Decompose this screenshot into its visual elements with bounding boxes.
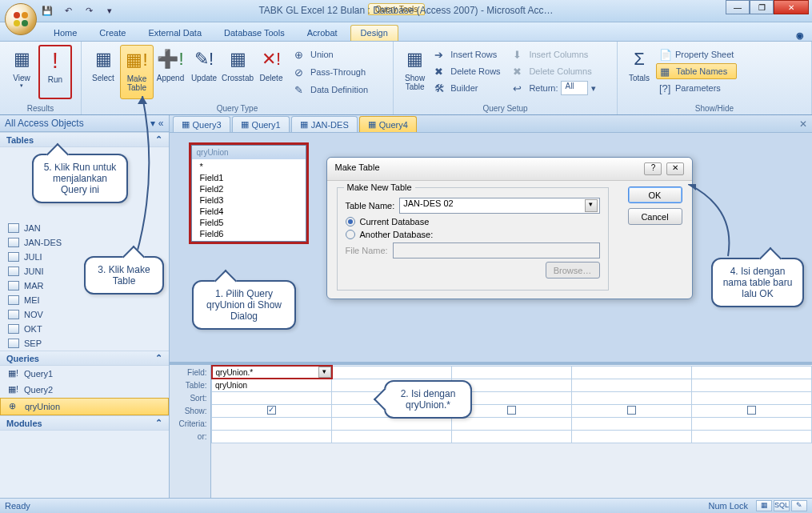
card-field-list[interactable]: *Field1Field2Field3Field4Field5Field6 xyxy=(192,159,306,241)
pass-through-button[interactable]: ⊘Pass-Through xyxy=(291,64,371,80)
dialog-titlebar[interactable]: Make Table ? ✕ xyxy=(327,158,692,181)
show-checkbox[interactable] xyxy=(747,406,756,415)
nav-query-item[interactable]: ⊕qryUnion xyxy=(0,398,169,415)
field-item[interactable]: Field1 xyxy=(195,172,302,183)
field-item[interactable]: * xyxy=(195,161,302,172)
nav-table-item[interactable]: SEP xyxy=(0,336,169,351)
sql-view-icon[interactable]: SQL xyxy=(774,500,790,511)
tab-home[interactable]: Home xyxy=(44,26,86,41)
dropdown-icon[interactable]: ▾ xyxy=(318,367,331,378)
crosstab-button[interactable]: ▦ Crosstab xyxy=(221,45,254,99)
field-item[interactable]: Field3 xyxy=(195,194,302,206)
table-icon xyxy=(8,252,19,262)
doc-tab-query1[interactable]: ▦Query1 xyxy=(232,116,290,132)
delete-cols-button[interactable]: ✖Delete Columns xyxy=(510,63,612,79)
tab-acrobat[interactable]: Acrobat xyxy=(298,26,347,41)
field-item[interactable]: Field5 xyxy=(195,217,302,228)
nav-header[interactable]: All Access Objects ▾ « xyxy=(0,115,169,132)
delete-button[interactable]: ✕! Delete xyxy=(254,45,288,99)
parameters-button[interactable]: [?]Parameters xyxy=(656,80,737,96)
cancel-button[interactable]: Cancel xyxy=(628,208,682,225)
data-definition-button[interactable]: ✎Data Definition xyxy=(291,82,371,98)
return-select[interactable]: ↩ Return: All▾ xyxy=(510,80,612,96)
insert-cols-button[interactable]: ⬇Insert Columns xyxy=(510,46,612,62)
view-shortcuts: ▦ SQL ✎ xyxy=(756,500,807,511)
tab-database-tools[interactable]: Database Tools xyxy=(214,26,294,41)
parameters-icon: [?] xyxy=(659,82,672,94)
field-item[interactable]: Field2 xyxy=(195,183,302,194)
show-checkbox[interactable] xyxy=(627,406,636,415)
minimize-button[interactable]: — xyxy=(726,0,750,14)
nav-query-item[interactable]: ▦!Query2 xyxy=(0,382,169,398)
query-design-grid[interactable]: Field: Table: Sort: Show: Criteria: or: … xyxy=(170,365,813,498)
doc-tab-query4[interactable]: ▦Query4 xyxy=(359,116,417,132)
select-button[interactable]: ▦ Select xyxy=(86,45,120,99)
source-table-card[interactable]: qryUnion *Field1Field2Field3Field4Field5… xyxy=(189,142,309,244)
datasheet-view-icon[interactable]: ▦ xyxy=(756,500,772,511)
nav-queries-header[interactable]: Queries ⌃ xyxy=(0,351,169,366)
table-cell[interactable]: qryUnion xyxy=(212,379,332,391)
current-db-radio[interactable] xyxy=(346,217,355,226)
tab-external-data[interactable]: External Data xyxy=(138,26,211,41)
field-item[interactable]: Field4 xyxy=(195,206,302,217)
callout-3: 3. Klik Make Table xyxy=(84,256,164,295)
tab-design[interactable]: Design xyxy=(350,25,398,41)
criteria-cell[interactable] xyxy=(212,417,332,430)
sigma-icon: Σ xyxy=(626,46,652,72)
totals-button[interactable]: Σ Totals xyxy=(622,45,656,99)
tab-create[interactable]: Create xyxy=(90,26,135,41)
group-show-hide: Σ Totals 📄Property Sheet ▦Table Names [?… xyxy=(618,42,812,114)
show-checkbox[interactable] xyxy=(267,406,276,415)
field-item[interactable]: Field6 xyxy=(195,228,302,239)
insert-rows-button[interactable]: ➔Insert Rows xyxy=(431,46,510,62)
field-cell[interactable]: qryUnion.* ▾ xyxy=(212,366,332,379)
append-button[interactable]: ➕! Append xyxy=(154,45,187,99)
close-tab-icon[interactable]: ✕ xyxy=(799,118,807,130)
nav-modules-header[interactable]: Modules ⌃ xyxy=(0,415,169,431)
union-button[interactable]: ⊕Union xyxy=(291,46,371,62)
doc-tab-query3[interactable]: ▦Query3 xyxy=(173,116,230,132)
insert-rows-icon: ➔ xyxy=(434,49,447,61)
doc-tab-jan-des[interactable]: ▦JAN-DES xyxy=(291,116,358,132)
query-design-upper[interactable]: qryUnion *Field1Field2Field3Field4Field5… xyxy=(170,133,813,365)
collapse-icon[interactable]: ⌃ xyxy=(155,418,162,428)
delete-query-icon: ✕! xyxy=(258,46,284,72)
run-button[interactable]: ! Run xyxy=(38,45,72,99)
show-checkbox[interactable] xyxy=(507,406,516,415)
collapse-icon[interactable]: ⌃ xyxy=(155,353,162,363)
or-cell[interactable] xyxy=(212,430,332,443)
office-button[interactable] xyxy=(5,3,37,35)
close-button[interactable]: ✕ xyxy=(774,0,809,14)
nav-tables-header[interactable]: Tables ⌃ xyxy=(0,132,169,147)
nav-table-item[interactable]: JAN-DES xyxy=(0,235,169,250)
card-title: qryUnion xyxy=(192,146,306,159)
another-db-radio[interactable] xyxy=(346,230,355,239)
table-names-button[interactable]: ▦Table Names xyxy=(656,63,737,79)
nav-table-item[interactable]: JAN xyxy=(0,221,169,235)
collapse-icon[interactable]: ⌃ xyxy=(155,134,162,145)
ok-button[interactable]: OK xyxy=(628,186,682,203)
property-sheet-button[interactable]: 📄Property Sheet xyxy=(656,46,737,62)
dialog-close-icon[interactable]: ✕ xyxy=(666,162,684,175)
view-button[interactable]: ▦ View▾ xyxy=(5,45,38,99)
nav-table-item[interactable]: MEI xyxy=(0,293,169,307)
design-view-icon[interactable]: ✎ xyxy=(791,500,807,511)
dialog-help-icon[interactable]: ? xyxy=(644,162,662,175)
nav-query-item[interactable]: ▦!Query1 xyxy=(0,366,169,382)
table-icon xyxy=(8,238,19,247)
delete-rows-button[interactable]: ✖Delete Rows xyxy=(431,63,510,79)
help-icon[interactable]: ◉ xyxy=(796,30,804,41)
grid-columns[interactable]: qryUnion.* ▾ qryUnion xyxy=(211,365,813,498)
make-table-button[interactable]: ▦! Make Table xyxy=(120,45,154,99)
sort-cell[interactable] xyxy=(212,391,332,404)
show-table-button[interactable]: ▦ Show Table xyxy=(398,45,431,99)
collapse-nav-icon[interactable]: ▾ « xyxy=(150,118,163,129)
maximize-button[interactable]: ❐ xyxy=(750,0,774,14)
table-name-input[interactable]: JAN-DES 02 ▾ xyxy=(399,198,599,214)
nav-table-item[interactable]: NOV xyxy=(0,307,169,322)
dropdown-icon[interactable]: ▾ xyxy=(585,199,598,212)
nav-table-item[interactable]: OKT xyxy=(0,322,169,336)
builder-button[interactable]: 🛠Builder xyxy=(431,80,510,96)
update-button[interactable]: ✎! Update xyxy=(187,45,221,99)
group-query-type: ▦ Select ▦! Make Table ➕! Append ✎! Upda… xyxy=(82,42,394,114)
